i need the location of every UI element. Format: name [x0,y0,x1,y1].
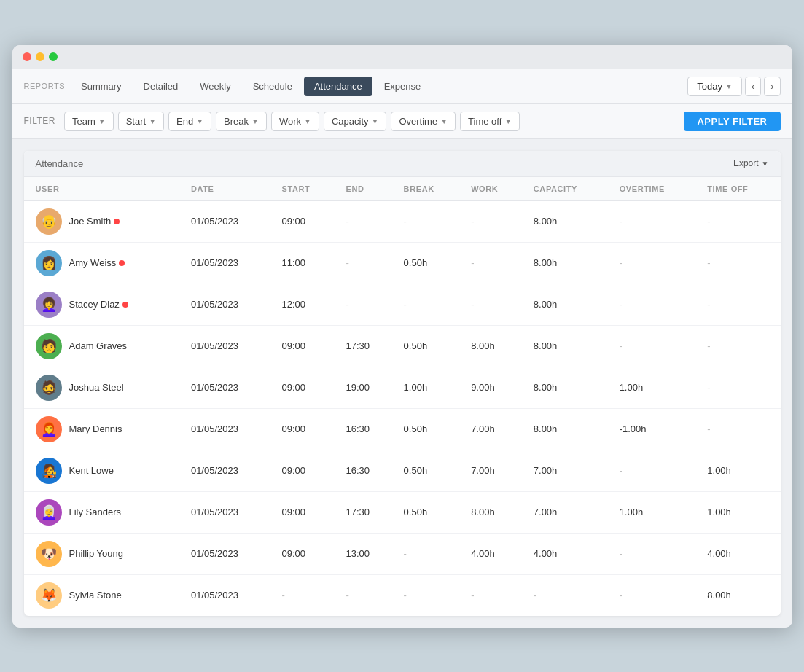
cell-capacity: 4.00h [525,533,611,574]
cell-date: 01/05/2023 [182,200,273,242]
cell-end: - [337,200,395,242]
empty-value: - [620,299,622,310]
cell-time_off: 1.00h [698,491,780,533]
avatar: 🧔 [36,375,62,401]
filter-team[interactable]: Team▼ [64,112,114,131]
cell-end: - [337,242,395,284]
cell-capacity: 7.00h [525,491,611,533]
cell-end: 17:30 [337,325,395,367]
cell-date: 01/05/2023 [182,325,273,367]
filter-label-time_off: Time off [468,116,501,127]
table-row: 👴Joe Smith01/05/202309:00---8.00h-- [24,200,781,242]
filter-label-end: End [176,116,193,127]
cell-end: 13:00 [337,533,395,574]
cell-end: 17:30 [337,491,395,533]
cell-work: 7.00h [462,450,525,491]
filter-end[interactable]: End▼ [168,112,211,131]
online-indicator [119,260,125,266]
cell-break: 0.50h [395,325,463,367]
today-button[interactable]: Today ▼ [687,77,742,96]
empty-value: - [471,590,474,601]
col-header-capacity: CAPACITY [525,177,611,201]
cell-start: 09:00 [273,450,337,491]
tab-schedule[interactable]: Schedule [243,77,303,96]
cell-start: 09:00 [273,367,337,408]
cell-start: 09:00 [273,533,337,574]
close-dot[interactable] [23,52,31,61]
cell-work: - [462,200,525,242]
avatar: 👩 [36,250,62,276]
cell-end: - [337,574,395,616]
avatar: 👩‍🦰 [36,416,62,442]
user-name: Joe Smith [69,216,120,227]
table-body: 👴Joe Smith01/05/202309:00---8.00h--👩Amy … [24,200,781,616]
tab-detailed[interactable]: Detailed [133,77,189,96]
filter-capacity[interactable]: Capacity▼ [324,112,386,131]
avatar: 🧑 [36,333,62,359]
filter-start[interactable]: Start▼ [118,112,164,131]
tab-summary[interactable]: Summary [71,77,132,96]
cell-capacity: 8.00h [525,325,611,367]
table-row: 👩Amy Weiss01/05/202311:00-0.50h-8.00h-- [24,242,781,284]
next-button[interactable]: › [764,77,780,96]
table-row: 👩‍🦳Lily Sanders01/05/202309:0017:300.50h… [24,491,781,533]
cell-time_off: 1.00h [698,450,780,491]
cell-start: 09:00 [273,491,337,533]
cell-break: 0.50h [395,408,463,450]
cell-capacity: 8.00h [525,242,611,284]
cell-work: 9.00h [462,367,525,408]
table-row: 👩‍🦰Mary Dennis01/05/202309:0016:300.50h7… [24,408,781,450]
user-cell: 👩Amy Weiss [24,242,182,284]
cell-overtime: 1.00h [611,491,699,533]
user-cell: 👩‍🦱Stacey Diaz [24,284,182,325]
avatar: 👩‍🦳 [36,499,62,526]
tab-expense[interactable]: Expense [374,77,432,96]
table-row: 👩‍🦱Stacey Diaz01/05/202312:00---8.00h-- [24,284,781,325]
empty-value: - [282,590,285,601]
cell-work: 4.00h [462,533,525,574]
app-window: REPORTS SummaryDetailedWeeklyScheduleAtt… [12,45,792,628]
col-header-end: END [337,177,395,201]
empty-value: - [346,590,349,601]
cell-break: 0.50h [395,450,463,491]
cell-start: 11:00 [273,242,337,284]
col-header-overtime: OVERTIME [611,177,699,201]
tabs-container: SummaryDetailedWeeklyScheduleAttendanceE… [71,77,431,96]
tab-attendance[interactable]: Attendance [304,77,372,96]
cell-break: - [395,200,463,242]
cell-start: 09:00 [273,200,337,242]
cell-overtime: -1.00h [611,408,699,450]
filter-time_off[interactable]: Time off▼ [460,112,520,131]
filter-work[interactable]: Work▼ [271,112,319,131]
cell-work: 8.00h [462,491,525,533]
cell-time_off: - [698,367,780,408]
cell-date: 01/05/2023 [182,450,273,491]
filter-arrow-overtime: ▼ [440,117,448,125]
online-indicator [122,302,128,308]
export-button[interactable]: Export ▼ [733,158,769,168]
cell-time_off: - [698,325,780,367]
minimize-dot[interactable] [36,52,44,61]
cell-time_off: - [698,200,780,242]
tab-weekly[interactable]: Weekly [190,77,241,96]
cell-work: - [462,284,525,325]
cell-overtime: - [611,325,699,367]
apply-filter-button[interactable]: APPLY FILTER [684,112,780,131]
filter-overtime[interactable]: Overtime▼ [391,112,456,131]
maximize-dot[interactable] [49,52,58,61]
section-title: Attendance [36,158,84,169]
user-name: Sylvia Stone [69,590,122,601]
cell-break: 1.00h [395,367,463,408]
cell-capacity: 8.00h [525,408,611,450]
filter-label: FILTER [24,116,55,126]
prev-button[interactable]: ‹ [745,77,761,96]
cell-capacity: - [525,574,611,616]
empty-value: - [471,216,474,227]
empty-value: - [707,382,710,393]
cell-break: 0.50h [395,491,463,533]
empty-value: - [471,299,474,310]
user-cell: 👩‍🦰Mary Dennis [24,408,182,450]
user-cell: 🦊Sylvia Stone [24,574,182,616]
user-name: Joshua Steel [69,382,124,393]
filter-break[interactable]: Break▼ [216,112,267,131]
